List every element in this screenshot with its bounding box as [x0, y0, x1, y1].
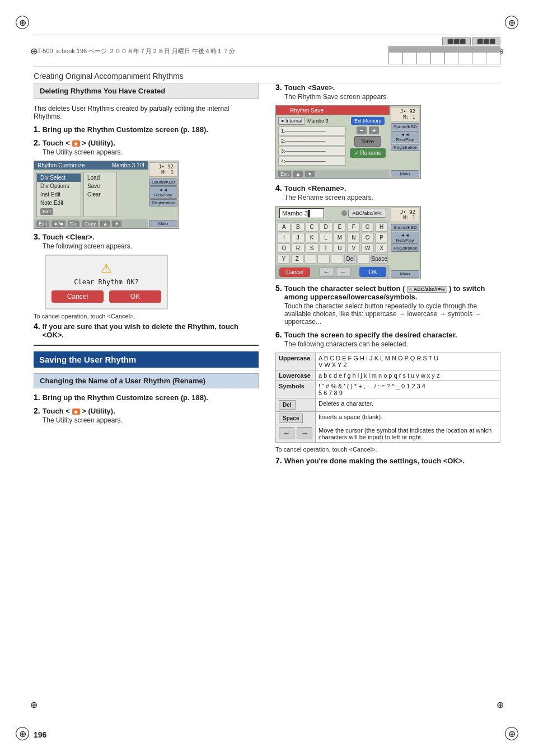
step-2-body: The Utility screen appears.: [43, 148, 259, 156]
save-rec-play[interactable]: ◄◄ Rec/Play: [391, 131, 419, 143]
menu-item-note-edit[interactable]: Note Edit: [37, 199, 81, 207]
step-3-left-num: 3.: [34, 232, 40, 241]
key-X[interactable]: X: [375, 243, 388, 253]
arrows-desc: Move the cursor (the symbol that indicat…: [316, 425, 500, 443]
step-4-left-title: If you are sure that you wish to delete …: [43, 322, 259, 339]
rename-button[interactable]: ✓ Rename: [350, 148, 386, 158]
save-item-3[interactable]: 3:————————: [278, 147, 346, 156]
rename-input[interactable]: Mambo 3▌: [279, 208, 324, 218]
key-W[interactable]: W: [361, 243, 374, 253]
footer-exit[interactable]: Exit: [36, 220, 49, 227]
save-main-btn[interactable]: Main: [391, 170, 419, 177]
save-down-btn[interactable]: ▼: [305, 171, 315, 177]
rename-cancel-btn[interactable]: Cancel: [279, 267, 310, 277]
left-arrow-btn[interactable]: ←: [320, 267, 334, 277]
menu-item-inst-edit[interactable]: Inst Edit: [37, 190, 81, 199]
menu-item-div-select[interactable]: Div Select: [37, 173, 81, 182]
key-G[interactable]: G: [361, 222, 374, 232]
key-D[interactable]: D: [320, 222, 332, 232]
cancel-button[interactable]: Cancel: [51, 290, 104, 303]
key-N[interactable]: N: [347, 233, 360, 242]
key-K[interactable]: K: [306, 233, 318, 242]
save-sound-kbd[interactable]: Sound/KBD: [391, 123, 419, 130]
key-Y[interactable]: Y: [278, 254, 290, 264]
footer-play[interactable]: ►/■: [51, 220, 65, 227]
key-Q[interactable]: Q: [278, 243, 291, 253]
key-empty-1: [305, 254, 317, 264]
table-row-del: Del Deletes a character.: [276, 398, 500, 412]
key-S[interactable]: S: [306, 243, 318, 253]
abc-inline-icon: ○ ABC/abc/!#%: [407, 286, 447, 293]
rename-ok-btn[interactable]: OK: [359, 267, 386, 277]
main-btn[interactable]: Main: [149, 220, 177, 227]
key-A[interactable]: A: [278, 222, 291, 232]
key-del[interactable]: Del: [344, 254, 357, 264]
key-Z[interactable]: Z: [291, 254, 303, 264]
step-6: 6. Touch the screen to specify the desir…: [275, 330, 500, 348]
menu-col-2: Load Save Clear: [83, 172, 117, 217]
footer-copy[interactable]: Copy: [82, 220, 98, 227]
key-U[interactable]: U: [334, 243, 346, 253]
lowercase-label: Lowercase: [276, 370, 316, 381]
rename-sound-kbd[interactable]: Sound/KBD: [391, 224, 419, 231]
key-L[interactable]: L: [320, 233, 332, 242]
exit-btn-inner[interactable]: Exit: [40, 208, 53, 215]
rec-play-btn[interactable]: ◄◄ Rec/Play: [149, 186, 177, 199]
step-3-right-body: The Rhythm Save screen appears.: [284, 93, 500, 101]
internal-radio[interactable]: ● Internal: [278, 117, 305, 125]
plus-btn[interactable]: +: [369, 126, 379, 134]
key-O[interactable]: O: [361, 233, 374, 242]
step-1-title: Bring up the Rhythm Customize screen (p.…: [43, 125, 208, 134]
key-space[interactable]: Space: [371, 254, 388, 264]
save-button[interactable]: Save: [354, 136, 382, 147]
footer-up[interactable]: ▲: [100, 220, 110, 227]
save-up-btn[interactable]: ▲: [293, 171, 303, 177]
ext-memory-btn[interactable]: Ext Memory: [351, 117, 385, 125]
key-P[interactable]: P: [375, 233, 388, 242]
space-key: Space: [279, 414, 303, 423]
key-J[interactable]: J: [292, 233, 305, 242]
menu-item-clear[interactable]: Clear: [84, 190, 116, 199]
save-item-4[interactable]: 4:————————: [278, 157, 346, 166]
keyboard-area: A B C D E F G H I: [276, 220, 390, 265]
key-F[interactable]: F: [347, 222, 360, 232]
sound-kbd-btn[interactable]: Sound/KBD: [149, 179, 177, 186]
save-registration[interactable]: Registration: [391, 144, 419, 151]
crosshair-bottom-right: ⊕: [496, 699, 504, 710]
minus-btn[interactable]: −: [357, 126, 367, 134]
rename-registration[interactable]: Registration: [391, 245, 419, 252]
key-I[interactable]: I: [278, 233, 291, 242]
footer-down[interactable]: ▼: [112, 220, 121, 227]
right-arrow-btn[interactable]: →: [336, 267, 350, 277]
key-T[interactable]: T: [320, 243, 332, 253]
reg-mark-tr: [505, 16, 518, 29]
footer-del[interactable]: Del: [68, 220, 80, 227]
key-M[interactable]: M: [334, 233, 346, 242]
menu-item-save[interactable]: Save: [84, 182, 116, 190]
character-table: Uppercase A B C D E F G H I J K L M N O …: [275, 353, 500, 443]
key-R[interactable]: R: [292, 243, 305, 253]
ok-button[interactable]: OK: [109, 290, 161, 303]
rename-rec-play[interactable]: ◄◄ Rec/Play: [391, 232, 419, 244]
step-4-left-num: 4.: [34, 322, 40, 331]
step-6-title: Touch the screen to specify the desired …: [284, 331, 457, 339]
screen-footer: Exit ►/■ Del Copy ▲ ▼: [34, 219, 148, 228]
key-V[interactable]: V: [347, 243, 360, 253]
rename-main-btn[interactable]: Main: [391, 270, 419, 278]
step-3-left: 3. Touch <Clear>. The following screen a…: [34, 232, 259, 250]
save-item-1[interactable]: 1:————————: [278, 126, 346, 135]
save-item-2[interactable]: 2:————————: [278, 137, 346, 145]
rename-titlebar: Mambo 3▌ ○ ABC/abc/!#%: [276, 206, 390, 220]
menu-item-div-options[interactable]: Div Options: [37, 182, 81, 190]
s2-step-1: 1. Bring up the Rhythm Customize screen …: [34, 393, 259, 402]
abc-button[interactable]: ABC/abc/!#%: [348, 209, 386, 218]
key-C[interactable]: C: [306, 222, 318, 232]
subsection-rename-title: Changing the Name of a User Rhythm (Rena…: [34, 373, 259, 388]
menu-item-load[interactable]: Load: [84, 173, 116, 182]
key-H[interactable]: H: [375, 222, 388, 232]
save-exit-btn[interactable]: Exit: [278, 171, 291, 177]
key-B[interactable]: B: [292, 222, 305, 232]
key-E[interactable]: E: [334, 222, 346, 232]
page-title: Creating Original Accompaniment Rhythms: [34, 72, 184, 81]
registration-btn[interactable]: Registration: [149, 199, 177, 206]
